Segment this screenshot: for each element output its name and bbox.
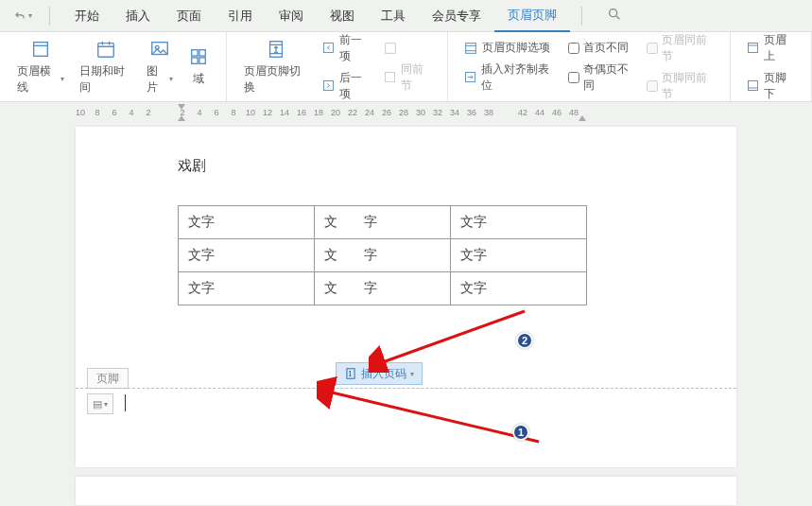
indent-marker-bottom[interactable] [178,115,185,121]
field-button[interactable]: 域 [181,43,216,91]
tab-insert[interactable]: 插入 [112,0,164,32]
tab-reference[interactable]: 引用 [215,0,266,32]
svg-rect-12 [385,43,395,53]
tab-header-footer[interactable]: 页眉页脚 [494,0,570,32]
content-table[interactable]: 文字文 字文字 文字文 字文字 文字文 字文字 [178,205,587,305]
link-icon [383,41,398,56]
doc-icon: ▤ [93,398,102,410]
table-row: 文字文 字文字 [179,239,587,272]
svg-rect-5 [192,50,198,56]
footer-bottom-icon [746,79,760,94]
tab-vip[interactable]: 会员专享 [419,0,494,32]
svg-rect-2 [97,43,113,57]
hf-options-button[interactable]: 页眉页脚选项 [458,38,561,58]
header-top-button[interactable]: 页眉上 [740,30,802,66]
header-line-button[interactable]: 页眉横线▾ [9,35,72,99]
svg-rect-6 [199,50,205,56]
indent-marker-top[interactable] [178,104,185,110]
insert-tab-button[interactable]: 插入对齐制表位 [458,60,561,96]
menu-tabs: ▾ 开始 插入 页面 引用 审阅 视图 工具 会员专享 页眉页脚 [0,0,812,32]
footer-same-checkbox: 页脚同前节 [641,68,720,104]
table-row: 文字文 字文字 [179,206,587,239]
document-page[interactable]: 戏剧 文字文 字文字 文字文 字文字 文字文 字文字 页脚 插入页码 ▾ ▤▾ … [76,127,736,467]
header-top-icon [746,41,760,56]
prev-button[interactable]: 前一项 [316,30,376,66]
first-diff-checkbox[interactable]: 首页不同 [562,38,642,58]
annotation-badge-1: 1 [512,424,529,441]
right-indent-marker[interactable] [579,115,586,121]
page-number-icon [344,367,357,380]
date-time-button[interactable]: 日期和时间 [72,35,139,99]
svg-rect-10 [324,43,334,52]
tab-view[interactable]: 视图 [317,0,368,32]
picture-icon [149,39,170,60]
switch-icon [266,39,286,60]
ribbon: 页眉横线▾ 日期和时间 图片▾ 域 页眉页脚切换 前一项 后一项 同前节 [0,32,812,102]
header-line-icon [30,39,51,60]
prev-icon [321,41,336,56]
insert-page-number-button[interactable]: 插入页码 ▾ [336,362,423,385]
link-icon [383,70,397,85]
svg-rect-7 [192,58,198,63]
field-icon [188,46,209,67]
tab-tools[interactable]: 工具 [368,0,419,32]
chevron-down-icon: ▾ [410,370,414,378]
footer-options-button[interactable]: ▤▾ [87,393,113,414]
hf-switch-button[interactable]: 页眉页脚切换 [236,35,316,99]
next-icon [321,79,336,94]
svg-rect-17 [749,80,758,90]
header-same-checkbox: 页眉同前节 [641,30,720,66]
svg-rect-16 [749,43,758,52]
table-row: 文字文 字文字 [179,272,587,305]
horizontal-ruler[interactable]: 1086422468101214161820222426283032343638… [0,102,812,123]
tab-page[interactable]: 页面 [164,0,215,32]
undo-button[interactable]: ▾ [8,9,38,23]
tab-review[interactable]: 审阅 [266,0,317,32]
footer-bottom-button[interactable]: 页脚下 [740,68,802,104]
tab-start[interactable]: 开始 [61,0,112,32]
document-page-next[interactable] [76,477,736,505]
svg-rect-1 [34,42,48,56]
footer-divider [76,388,736,389]
svg-point-0 [610,9,617,16]
search-icon[interactable] [607,7,622,26]
doc-title: 戏剧 [178,157,206,175]
svg-rect-8 [199,58,205,63]
picture-button[interactable]: 图片▾ [139,35,181,99]
odd-even-diff-checkbox[interactable]: 奇偶页不同 [562,60,642,96]
svg-rect-13 [385,72,394,81]
annotation-badge-2: 2 [516,332,533,349]
svg-line-20 [328,392,539,442]
next-button[interactable]: 后一项 [316,68,376,104]
same-prev-top [377,39,438,58]
chevron-down-icon: ▾ [28,11,32,20]
svg-rect-14 [466,43,476,53]
tab-icon [463,70,477,85]
footer-label[interactable]: 页脚 [87,368,129,389]
same-prev-button: 同前节 [377,60,438,96]
svg-rect-11 [324,80,334,90]
calendar-icon [95,39,116,60]
options-icon [463,41,478,56]
text-cursor [125,394,126,411]
svg-line-19 [380,311,525,363]
